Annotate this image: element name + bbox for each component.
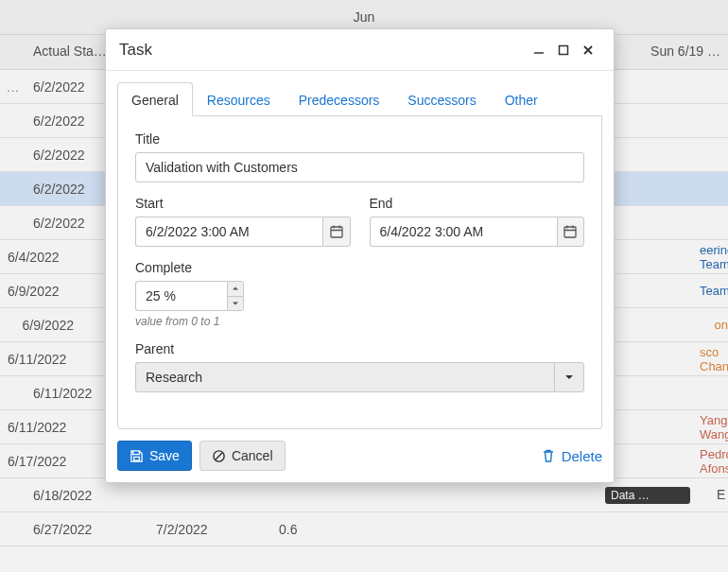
calendar-icon bbox=[329, 224, 344, 239]
parent-dropdown-button[interactable] bbox=[554, 362, 584, 392]
dialog-actions: Save Cancel Delete bbox=[106, 429, 614, 482]
cancel-icon bbox=[212, 449, 226, 463]
delete-label: Delete bbox=[562, 448, 602, 464]
complete-step-down[interactable] bbox=[228, 296, 243, 311]
end-calendar-button[interactable] bbox=[557, 217, 584, 247]
title-label: Title bbox=[135, 131, 584, 147]
save-button[interactable]: Save bbox=[117, 441, 192, 471]
tab-other[interactable]: Other bbox=[491, 82, 552, 116]
complete-label: Complete bbox=[135, 260, 584, 275]
close-button[interactable] bbox=[576, 38, 600, 62]
parent-select[interactable]: Research bbox=[135, 362, 584, 392]
save-label: Save bbox=[149, 448, 180, 463]
dialog-titlebar[interactable]: Task bbox=[106, 29, 614, 71]
title-input[interactable] bbox=[135, 152, 584, 182]
svg-rect-0 bbox=[560, 45, 568, 54]
tab-content-general: Title Start End bbox=[117, 116, 602, 429]
minimize-icon bbox=[532, 43, 546, 57]
tabstrip: General Resources Predecessors Successor… bbox=[117, 82, 602, 116]
tab-predecessors[interactable]: Predecessors bbox=[285, 82, 394, 116]
tab-resources[interactable]: Resources bbox=[193, 82, 285, 116]
chevron-up-icon bbox=[232, 285, 239, 292]
cancel-button[interactable]: Cancel bbox=[199, 441, 286, 471]
maximize-button[interactable] bbox=[551, 38, 576, 62]
trash-icon bbox=[541, 448, 556, 463]
complete-input[interactable] bbox=[135, 281, 227, 311]
start-calendar-button[interactable] bbox=[322, 217, 350, 247]
save-icon bbox=[130, 449, 144, 463]
chevron-down-icon bbox=[564, 373, 574, 382]
svg-rect-1 bbox=[331, 227, 342, 237]
parent-value: Research bbox=[135, 362, 554, 392]
calendar-icon bbox=[563, 224, 578, 239]
end-label: End bbox=[370, 196, 585, 211]
tab-successors[interactable]: Successors bbox=[393, 82, 490, 116]
task-dialog: Task General Resources Predecessors Succ… bbox=[105, 28, 615, 483]
chevron-down-icon bbox=[232, 300, 239, 307]
svg-rect-2 bbox=[564, 227, 576, 237]
parent-label: Parent bbox=[135, 341, 584, 356]
delete-button[interactable]: Delete bbox=[541, 448, 602, 464]
complete-step-up[interactable] bbox=[228, 282, 243, 296]
maximize-icon bbox=[557, 43, 570, 57]
complete-hint: value from 0 to 1 bbox=[135, 315, 584, 328]
dialog-title: Task bbox=[119, 41, 152, 60]
end-input[interactable] bbox=[370, 217, 557, 247]
start-input[interactable] bbox=[135, 217, 322, 247]
start-label: Start bbox=[135, 196, 351, 211]
cancel-label: Cancel bbox=[232, 448, 273, 463]
tab-general[interactable]: General bbox=[117, 82, 193, 116]
minimize-button[interactable] bbox=[527, 38, 551, 62]
close-icon bbox=[581, 43, 595, 57]
